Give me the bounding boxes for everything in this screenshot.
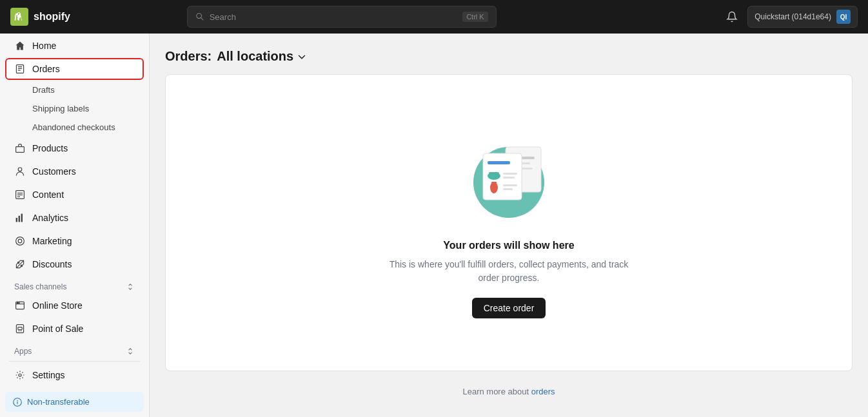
svg-point-15 — [16, 237, 25, 245]
discounts-icon — [14, 258, 26, 270]
svg-rect-43 — [503, 173, 517, 175]
orders-icon — [14, 63, 26, 75]
svg-rect-4 — [18, 68, 22, 69]
orders-illustration — [460, 128, 557, 224]
online-store-icon — [14, 300, 26, 311]
sidebar-item-orders[interactable]: Orders — [5, 58, 144, 80]
svg-point-31 — [17, 400, 17, 400]
footer-learn-more: Learn more about orders — [165, 382, 853, 402]
svg-rect-46 — [503, 188, 513, 190]
shopify-logo: shopify — [10, 8, 70, 26]
sidebar-item-discounts-label: Discounts — [32, 259, 72, 269]
sidebar-item-online-store-label: Online Store — [32, 300, 83, 311]
svg-rect-3 — [18, 66, 22, 67]
create-order-button[interactable]: Create order — [472, 298, 546, 318]
sidebar-item-abandoned-checkouts[interactable]: Abandoned checkouts — [5, 119, 144, 136]
orders-link[interactable]: orders — [531, 387, 555, 396]
sidebar-item-analytics-label: Analytics — [32, 213, 68, 223]
sidebar-item-products[interactable]: Products — [5, 137, 144, 159]
customers-icon — [14, 166, 26, 177]
bell-icon — [726, 11, 738, 23]
search-shortcut: Ctrl K — [462, 12, 488, 22]
svg-point-7 — [18, 168, 22, 171]
empty-state-title: Your orders will show here — [443, 240, 574, 251]
sidebar-item-orders-label: Orders — [32, 64, 60, 74]
account-label: Quickstart (014d1e64) — [755, 12, 831, 21]
non-transferable-label: Non-transferable — [27, 397, 90, 407]
svg-point-0 — [196, 14, 201, 19]
main-content: Orders: All locations — [150, 34, 868, 417]
svg-rect-24 — [16, 324, 23, 333]
svg-point-22 — [17, 302, 17, 303]
home-icon — [14, 40, 26, 52]
svg-rect-38 — [488, 161, 510, 164]
svg-rect-5 — [18, 70, 21, 70]
content-icon — [14, 189, 26, 200]
sidebar-item-content-label: Content — [32, 189, 64, 200]
sidebar-item-online-store[interactable]: Online Store — [5, 295, 144, 316]
sidebar-item-customers[interactable]: Customers — [5, 160, 144, 182]
svg-rect-13 — [19, 216, 20, 222]
search-bar[interactable]: Ctrl K — [187, 6, 497, 28]
svg-rect-6 — [16, 146, 25, 152]
top-navigation: shopify Ctrl K Quickstart (014d1e64) QI — [0, 0, 868, 34]
orders-svg-illustration — [460, 128, 557, 224]
location-dropdown[interactable]: All locations — [217, 49, 308, 64]
svg-rect-12 — [16, 218, 17, 222]
sidebar-item-drafts[interactable]: Drafts — [5, 81, 144, 99]
empty-state-card: Your orders will show here This is where… — [165, 74, 853, 371]
account-button[interactable]: Quickstart (014d1e64) QI — [747, 6, 858, 28]
sidebar-item-products-label: Products — [32, 143, 68, 153]
sidebar-item-analytics[interactable]: Analytics — [5, 207, 144, 229]
sidebar-item-shipping-labels-label: Shipping labels — [32, 104, 89, 113]
page-title: Orders: — [165, 49, 212, 64]
sales-channels-label: Sales channels — [0, 276, 149, 294]
sidebar-item-settings[interactable]: Settings — [5, 364, 144, 386]
info-icon — [13, 398, 22, 407]
sidebar-item-customers-label: Customers — [32, 166, 76, 177]
chevron-down-icon — [296, 51, 308, 63]
apps-label: Apps — [0, 340, 149, 358]
sidebar-item-discounts[interactable]: Discounts — [5, 253, 144, 275]
page-header: Orders: All locations — [165, 49, 853, 64]
svg-rect-44 — [503, 177, 515, 179]
main-layout: Home Orders Drafts Shipping labels Aband… — [0, 34, 868, 417]
sidebar-item-settings-label: Settings — [32, 370, 65, 380]
sidebar: Home Orders Drafts Shipping labels Aband… — [0, 34, 150, 417]
svg-rect-25 — [18, 327, 22, 329]
notifications-button[interactable] — [722, 6, 742, 27]
sidebar-item-abandoned-label: Abandoned checkouts — [32, 122, 115, 132]
svg-point-16 — [18, 239, 22, 243]
sidebar-item-content[interactable]: Content — [5, 184, 144, 206]
svg-rect-42 — [491, 182, 497, 188]
sidebar-item-pos[interactable]: Point of Sale — [5, 318, 144, 340]
sidebar-item-drafts-label: Drafts — [32, 85, 55, 95]
pos-icon — [14, 323, 26, 335]
sidebar-item-marketing-label: Marketing — [32, 236, 72, 246]
topnav-right: Quickstart (014d1e64) QI — [722, 6, 858, 28]
search-icon — [195, 12, 204, 21]
products-icon — [14, 142, 26, 154]
non-transferable-banner[interactable]: Non-transferable — [5, 392, 144, 412]
marketing-icon — [14, 235, 26, 247]
logo-text: shopify — [34, 11, 70, 23]
sidebar-item-pos-label: Point of Sale — [32, 324, 83, 334]
svg-rect-40 — [489, 172, 499, 176]
sidebar-item-home-label: Home — [32, 41, 56, 51]
svg-point-28 — [19, 374, 21, 376]
shopify-bag-icon — [10, 8, 28, 26]
svg-rect-45 — [503, 184, 517, 186]
sidebar-item-marketing[interactable]: Marketing — [5, 230, 144, 252]
expand-icon — [126, 282, 135, 291]
svg-rect-14 — [21, 213, 23, 222]
avatar: QI — [836, 10, 851, 24]
sidebar-item-shipping-labels[interactable]: Shipping labels — [5, 100, 144, 117]
svg-point-23 — [19, 302, 19, 303]
svg-line-1 — [201, 18, 202, 20]
location-label: All locations — [217, 49, 293, 64]
sidebar-item-home[interactable]: Home — [5, 35, 144, 57]
empty-state-description: This is where you'll fulfill orders, col… — [386, 258, 631, 285]
search-input[interactable] — [210, 12, 458, 22]
analytics-icon — [14, 212, 26, 224]
settings-icon — [14, 369, 26, 381]
